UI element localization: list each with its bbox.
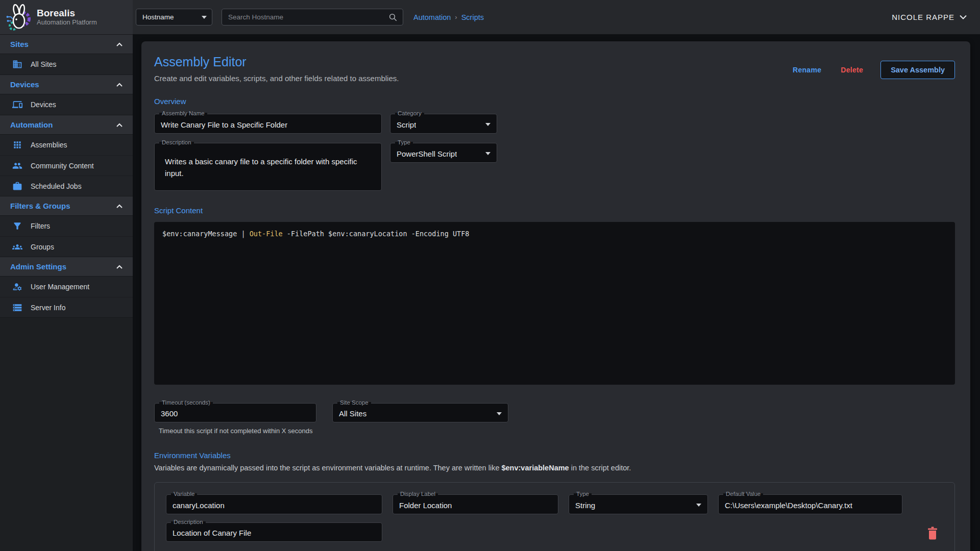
sidebar-item-filters[interactable]: Filters xyxy=(0,216,133,236)
chevron-up-icon xyxy=(116,42,122,46)
sidebar-item-user-management[interactable]: User Management xyxy=(0,277,133,297)
env-vars-description: Variables are dynamically passed into th… xyxy=(154,464,955,472)
app-root: Borealis Automation Platform Sites All S… xyxy=(0,0,980,551)
delete-variable-trash-icon[interactable] xyxy=(927,527,938,540)
chevron-up-icon xyxy=(116,265,122,269)
chevron-down-icon xyxy=(485,123,491,126)
site-scope-select[interactable]: Site Scope All Sites xyxy=(332,403,508,422)
sidebar-section-devices[interactable]: Devices xyxy=(0,74,133,94)
sidebar-section-admin-settings[interactable]: Admin Settings xyxy=(0,257,133,277)
chevron-up-icon xyxy=(116,83,122,87)
breadcrumb-scripts[interactable]: Scripts xyxy=(461,13,484,21)
brand-tagline: Automation Platform xyxy=(37,18,97,27)
sidebar-item-devices[interactable]: Devices xyxy=(0,94,133,115)
chevron-down-icon xyxy=(497,412,502,415)
breadcrumb-separator: › xyxy=(455,13,457,21)
rename-button[interactable]: Rename xyxy=(793,66,821,74)
user-menu[interactable]: NICOLE RAPPE xyxy=(892,13,967,21)
chevron-down-icon xyxy=(696,504,701,507)
delete-button[interactable]: Delete xyxy=(841,66,863,74)
brand-logo-area[interactable]: Borealis Automation Platform xyxy=(0,0,133,34)
groups-icon xyxy=(12,242,22,252)
assembly-editor-card: Assembly Editor Create and edit variable… xyxy=(141,41,970,551)
briefcase-icon xyxy=(12,181,22,191)
assembly-name-label: Assembly Name xyxy=(159,110,207,116)
sidebar-item-groups[interactable]: Groups xyxy=(0,236,133,257)
type-select[interactable]: Type PowerShell Script xyxy=(390,143,497,163)
sidebar-section-filters-groups[interactable]: Filters & Groups xyxy=(0,196,133,216)
user-name: NICOLE RAPPE xyxy=(892,13,954,21)
timeout-helper-text: Timeout this script if not completed wit… xyxy=(159,427,316,435)
type-label: Type xyxy=(395,139,413,145)
script-editor[interactable]: $env:canaryMessage | Out-File -FilePath … xyxy=(154,222,955,385)
sidebar-item-community-content[interactable]: Community Content xyxy=(0,155,133,176)
sidebar-section-sites[interactable]: Sites xyxy=(0,34,133,54)
devices-icon xyxy=(12,99,22,110)
chevron-up-icon xyxy=(116,204,122,208)
description-field[interactable]: Description Writes a basic canary file t… xyxy=(154,143,382,191)
breadcrumb: Automation › Scripts xyxy=(413,13,484,21)
sidebar-item-scheduled-jobs[interactable]: Scheduled Jobs xyxy=(0,176,133,196)
server-icon xyxy=(12,303,22,313)
category-label: Category xyxy=(395,110,424,116)
sidebar-item-all-sites[interactable]: All Sites xyxy=(0,54,133,74)
building-icon xyxy=(12,59,22,69)
page-title: Assembly Editor xyxy=(154,55,399,69)
search-icon xyxy=(388,13,398,22)
sidebar: Borealis Automation Platform Sites All S… xyxy=(0,0,133,551)
variable-type-select[interactable]: Type String xyxy=(569,494,708,514)
chevron-down-icon xyxy=(960,15,967,19)
site-scope-label: Site Scope xyxy=(337,399,371,406)
user-gear-icon xyxy=(12,282,22,292)
sidebar-section-automation[interactable]: Automation xyxy=(0,115,133,135)
description-label: Description xyxy=(159,139,194,145)
variable-card: Variable canaryLocation Display Label Fo… xyxy=(154,482,955,551)
search-input[interactable] xyxy=(228,13,388,21)
grid-icon xyxy=(12,140,22,150)
sidebar-item-assemblies[interactable]: Assemblies xyxy=(0,135,133,155)
display-label-field[interactable]: Display Label Folder Location xyxy=(393,494,558,514)
content-area: Assembly Editor Create and edit variable… xyxy=(133,34,980,551)
timeout-field[interactable]: Timeout (seconds) 3600 xyxy=(154,403,316,422)
main-area: Hostname Automation › Scripts NICOLE RAP… xyxy=(133,0,980,551)
search-box[interactable] xyxy=(222,9,403,26)
page-subtitle: Create and edit variables, scripts, and … xyxy=(154,74,399,83)
sidebar-filler xyxy=(0,317,133,551)
assembly-name-field[interactable]: Assembly Name Write Canary File to a Spe… xyxy=(154,114,382,134)
variable-name-field[interactable]: Variable canaryLocation xyxy=(166,494,382,514)
script-content-section-label: Script Content xyxy=(154,206,955,215)
hostname-select[interactable]: Hostname xyxy=(136,9,212,26)
variable-description-field[interactable]: Description Location of Canary File xyxy=(166,522,382,542)
people-icon xyxy=(12,161,22,171)
filter-icon xyxy=(12,221,22,231)
chevron-down-icon xyxy=(202,16,207,19)
rabbit-logo-icon xyxy=(6,4,32,31)
env-vars-section-label: Environment Variables xyxy=(154,451,955,460)
topbar: Hostname Automation › Scripts NICOLE RAP… xyxy=(133,0,980,34)
chevron-up-icon xyxy=(116,123,122,127)
sidebar-item-server-info[interactable]: Server Info xyxy=(0,297,133,317)
save-assembly-button[interactable]: Save Assembly xyxy=(880,61,955,79)
default-value-field[interactable]: Default Value C:\Users\example\Desktop\C… xyxy=(718,494,902,514)
brand-name: Borealis xyxy=(37,8,97,18)
overview-section-label: Overview xyxy=(154,97,955,106)
breadcrumb-automation[interactable]: Automation xyxy=(413,13,451,21)
code-line: $env:canaryMessage | Out-File -FilePath … xyxy=(162,230,947,238)
chevron-down-icon xyxy=(485,152,491,155)
timeout-label: Timeout (seconds) xyxy=(159,399,213,406)
category-select[interactable]: Category Script xyxy=(390,114,497,134)
